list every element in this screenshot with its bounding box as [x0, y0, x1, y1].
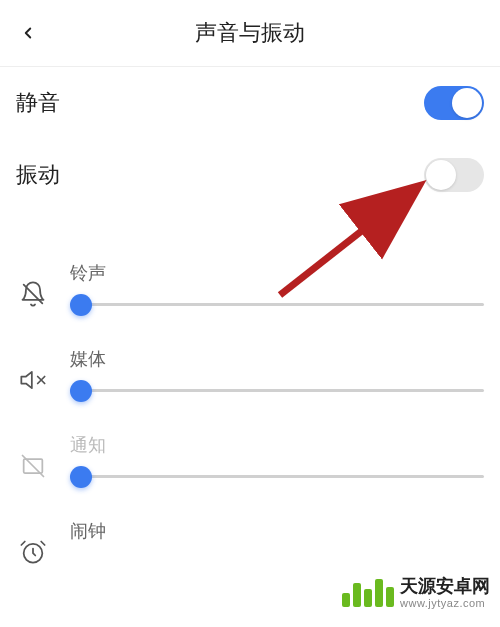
alarm-row: 闹钟	[16, 519, 484, 569]
vibrate-toggle[interactable]	[424, 158, 484, 192]
vibrate-label: 振动	[16, 160, 60, 190]
watermark-title: 天源安卓网	[400, 577, 490, 597]
bell-off-icon	[16, 277, 50, 311]
media-row: 媒体	[16, 347, 484, 397]
mute-label: 静音	[16, 88, 60, 118]
svg-marker-3	[21, 372, 31, 388]
ringtone-label: 铃声	[70, 261, 484, 285]
watermark-logo-icon	[342, 579, 394, 607]
mute-toggle[interactable]	[424, 86, 484, 120]
notification-off-icon	[16, 449, 50, 483]
notification-slider-content: 通知	[70, 433, 484, 478]
ringtone-row: 铃声	[16, 261, 484, 311]
watermark-url: www.jytyaz.com	[400, 597, 490, 609]
alarm-label: 闹钟	[70, 519, 484, 543]
notification-label: 通知	[70, 433, 484, 457]
page-title: 声音与振动	[16, 18, 484, 48]
header: 声音与振动	[0, 0, 500, 66]
alarm-slider-content: 闹钟	[70, 519, 484, 561]
sliders-section: 铃声 媒体 通知	[0, 261, 500, 569]
ringtone-slider[interactable]	[70, 303, 484, 306]
toggle-knob	[452, 88, 482, 118]
media-label: 媒体	[70, 347, 484, 371]
media-slider[interactable]	[70, 389, 484, 392]
watermark-text: 天源安卓网 www.jytyaz.com	[400, 577, 490, 609]
mute-row: 静音	[0, 67, 500, 139]
back-icon[interactable]	[16, 21, 40, 45]
vibrate-row: 振动	[0, 139, 500, 211]
slider-thumb[interactable]	[70, 294, 92, 316]
watermark: 天源安卓网 www.jytyaz.com	[342, 577, 490, 609]
toggle-knob	[426, 160, 456, 190]
notification-row: 通知	[16, 433, 484, 483]
alarm-icon	[16, 535, 50, 569]
slider-thumb[interactable]	[70, 380, 92, 402]
media-slider-content: 媒体	[70, 347, 484, 392]
notification-slider[interactable]	[70, 475, 484, 478]
volume-off-icon	[16, 363, 50, 397]
ringtone-slider-content: 铃声	[70, 261, 484, 306]
slider-thumb[interactable]	[70, 466, 92, 488]
